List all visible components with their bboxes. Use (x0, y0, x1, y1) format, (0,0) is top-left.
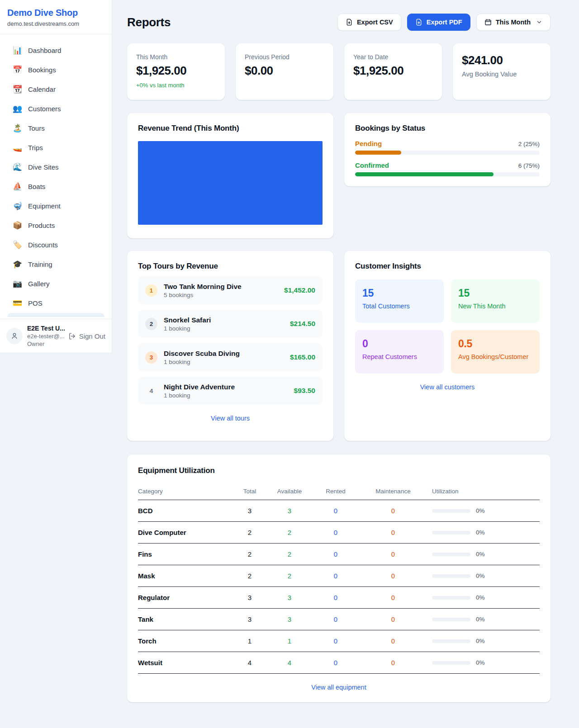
tour-row[interactable]: 1 Two Tank Morning Dive 5 bookings $1,45… (138, 276, 323, 304)
tour-bookings: 1 booking (164, 325, 284, 332)
equipment-rented: 0 (308, 659, 363, 667)
sidebar-item-dashboard[interactable]: 📊 Dashboard (4, 41, 108, 60)
period-dropdown[interactable]: This Month (476, 14, 551, 31)
status-row-pending: Pending 2 (25%) (355, 140, 540, 155)
utilization-percent: 0% (476, 507, 485, 514)
tile-label: Repeat Customers (362, 353, 437, 360)
boats-icon: ⛵ (13, 182, 22, 191)
equipment-utilization-card: Equipment Utilization Category Total Ava… (127, 454, 551, 702)
status-row-confirmed: Confirmed 6 (75%) (355, 161, 540, 176)
equipment-available: 2 (271, 529, 308, 536)
page-title: Reports (127, 15, 171, 29)
sidebar-item-dive-sites[interactable]: 🌊 Dive Sites (4, 157, 108, 177)
rank-badge: 3 (145, 351, 157, 364)
tour-revenue: $165.00 (290, 353, 315, 361)
avatar (6, 328, 23, 344)
equipment-available: 4 (271, 659, 308, 667)
sidebar-item-boats[interactable]: ⛵ Boats (4, 177, 108, 196)
sidebar-item-calendar[interactable]: 📆 Calendar (4, 80, 108, 99)
sign-out-button[interactable]: Sign Out (68, 332, 105, 340)
utilization-track (432, 661, 470, 665)
top-tours-title: Top Tours by Revenue (138, 262, 323, 271)
gallery-icon: 📷 (13, 279, 22, 288)
stat-value: $241.00 (462, 53, 541, 67)
table-row: Dive Computer 2 2 0 0 0% (138, 522, 540, 544)
period-label: This Month (496, 19, 531, 26)
equipment-available: 3 (271, 615, 308, 623)
sidebar-item-equipment[interactable]: 🤿 Equipment (4, 196, 108, 216)
tile-label: Avg Bookings/Customer (458, 353, 532, 360)
tile-total-customers: 15 Total Customers (355, 279, 444, 323)
top-tours-card: Top Tours by Revenue 1 Two Tank Morning … (127, 251, 333, 441)
stat-label: Previous Period (245, 53, 324, 61)
tile-label: New This Month (458, 303, 532, 310)
view-all-equipment-link[interactable]: View all equipment (311, 684, 366, 691)
table-row: Mask 2 2 0 0 0% (138, 565, 540, 587)
utilization-percent: 0% (476, 551, 485, 558)
equipment-total: 2 (228, 529, 271, 536)
file-download-icon (346, 19, 353, 26)
training-icon: 🎓 (13, 260, 22, 269)
view-all-tours-link[interactable]: View all tours (211, 415, 250, 422)
sidebar-item-label: Calendar (28, 85, 56, 93)
tour-bookings: 1 booking (164, 359, 284, 365)
sidebar: Demo Dive Shop demo.test.divestreams.com… (0, 0, 112, 353)
person-icon (10, 332, 19, 340)
sidebar-item-gallery[interactable]: 📷 Gallery (4, 274, 108, 293)
sidebar-item-training[interactable]: 🎓 Training (4, 255, 108, 274)
sidebar-item-reports-clipped[interactable] (7, 313, 104, 317)
sidebar-item-discounts[interactable]: 🏷️ Discounts (4, 235, 108, 255)
sidebar-item-products[interactable]: 📦 Products (4, 216, 108, 235)
utilization-percent: 0% (476, 572, 485, 579)
sidebar-item-label: Tours (28, 124, 45, 132)
status-count: 6 (75%) (518, 162, 540, 169)
utilization-track (432, 639, 470, 643)
sidebar-item-label: Trips (28, 144, 43, 151)
sign-out-label: Sign Out (79, 332, 105, 340)
tile-value: 15 (458, 287, 532, 299)
stat-value: $0.00 (245, 64, 324, 78)
pos-icon: 💳 (13, 298, 22, 308)
sidebar-item-customers[interactable]: 👥 Customers (4, 99, 108, 118)
main-content: Reports Export CSV Export PDF This Month (112, 0, 579, 702)
tour-row[interactable]: 2 Snorkel Safari 1 booking $214.50 (138, 310, 323, 338)
equipment-rented: 0 (308, 615, 363, 623)
view-all-customers-link[interactable]: View all customers (420, 383, 475, 391)
equipment-available: 2 (271, 572, 308, 580)
sidebar-item-trips[interactable]: 🚤 Trips (4, 138, 108, 157)
dashboard-icon: 📊 (13, 46, 22, 55)
export-pdf-button[interactable]: Export PDF (407, 14, 470, 31)
sidebar-header: Demo Dive Shop demo.test.divestreams.com (0, 0, 112, 34)
equipment-rented: 0 (308, 594, 363, 601)
calendar-icon: 📆 (13, 85, 22, 94)
equipment-available: 2 (271, 550, 308, 558)
equipment-available: 1 (271, 637, 308, 645)
tile-avg-bookings-customer: 0.5 Avg Bookings/Customer (451, 330, 540, 373)
equipment-utilization-cell: 0% (423, 616, 540, 623)
tour-row[interactable]: 3 Discover Scuba Diving 1 booking $165.0… (138, 343, 323, 371)
progress-fill-confirmed (355, 172, 494, 176)
chevron-down-icon (536, 19, 542, 25)
sidebar-item-pos[interactable]: 💳 POS (4, 293, 108, 313)
export-pdf-label: Export PDF (427, 19, 462, 26)
sidebar-item-bookings[interactable]: 📅 Bookings (4, 60, 108, 80)
equipment-maintenance: 0 (363, 659, 423, 667)
tour-row[interactable]: 4 Night Dive Adventure 1 booking $93.50 (138, 377, 323, 405)
equipment-total: 3 (228, 507, 271, 515)
trips-icon: 🚤 (13, 143, 22, 152)
stat-label: This Month (136, 53, 216, 61)
export-csv-button[interactable]: Export CSV (337, 14, 401, 31)
equipment-rented: 0 (308, 507, 363, 515)
stat-label: Avg Booking Value (462, 71, 541, 78)
sidebar-item-tours[interactable]: 🏝️ Tours (4, 118, 108, 138)
shop-name: Demo Dive Shop (7, 8, 104, 18)
equipment-utilization-cell: 0% (423, 551, 540, 558)
sidebar-user-footer: E2E Test U... e2e-tester@... Owner Sign … (0, 319, 112, 353)
equipment-total: 3 (228, 594, 271, 601)
insight-tiles: 15 Total Customers 15 New This Month 0 R… (355, 279, 540, 373)
table-row: Fins 2 2 0 0 0% (138, 544, 540, 565)
stat-card-avg-booking-value: $241.00 Avg Booking Value (453, 43, 551, 100)
equipment-maintenance: 0 (363, 529, 423, 536)
column-header-available: Available (271, 488, 308, 495)
revenue-trend-chart (138, 141, 323, 225)
